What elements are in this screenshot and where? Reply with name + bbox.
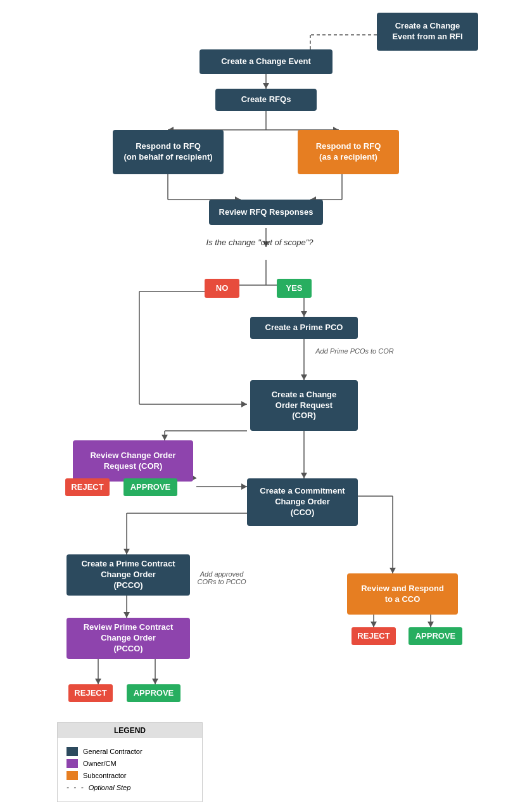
yes-button[interactable]: YES bbox=[277, 279, 312, 298]
legend-color-sub bbox=[66, 771, 78, 780]
legend-item-owner: Owner/CM bbox=[66, 759, 193, 768]
legend-color-owner bbox=[66, 759, 78, 768]
svg-marker-52 bbox=[95, 679, 101, 684]
legend-dash-icon: - - - bbox=[66, 783, 85, 792]
legend-title: LEGEND bbox=[58, 723, 202, 738]
reject-cor-button[interactable]: REJECT bbox=[65, 478, 110, 496]
svg-marker-56 bbox=[370, 622, 377, 627]
respond-rfi-behalf-box: Respond to RFQ(on behalf of recipient) bbox=[113, 130, 224, 174]
create-cco-box: Create a CommitmentChange Order(CCO) bbox=[247, 478, 358, 526]
create-cor-box: Create a ChangeOrder Request(COR) bbox=[250, 380, 358, 431]
review-cor-box: Review Change OrderRequest (COR) bbox=[73, 440, 193, 482]
svg-marker-33 bbox=[162, 435, 168, 440]
no-button[interactable]: NO bbox=[205, 279, 239, 298]
create-change-event-box: Create a Change Event bbox=[200, 49, 332, 74]
review-respond-cco-box: Review and Respondto a CCO bbox=[347, 573, 458, 615]
approve-cco-button[interactable]: APPROVE bbox=[408, 627, 462, 645]
svg-marker-40 bbox=[241, 483, 247, 490]
create-pcco-box: Create a Prime ContractChange Order(PCCO… bbox=[66, 554, 190, 596]
diagram-container: Create a Change Event from an RFI Create… bbox=[0, 0, 532, 811]
rfi-box: Create a Change Event from an RFI bbox=[377, 13, 478, 51]
respond-rfi-recipient-box: Respond to RFQ(as a recipient) bbox=[298, 130, 399, 174]
svg-marker-45 bbox=[124, 549, 130, 554]
legend-color-gc bbox=[66, 747, 78, 756]
add-approved-cors-note: Add approvedCORs to PCCO bbox=[184, 570, 260, 585]
create-rfqs-box: Create RFQs bbox=[215, 89, 317, 111]
approve-pcco-button[interactable]: APPROVE bbox=[127, 684, 180, 702]
legend-item-optional: - - - Optional Step bbox=[66, 783, 193, 792]
svg-marker-48 bbox=[390, 568, 396, 573]
svg-marker-54 bbox=[152, 679, 158, 684]
legend-box: LEGEND General Contractor Owner/CM Subco… bbox=[57, 722, 203, 802]
question-text: Is the change "out of scope"? bbox=[171, 238, 348, 247]
review-rfq-responses-box: Review RFQ Responses bbox=[209, 200, 323, 225]
reject-pcco-button[interactable]: REJECT bbox=[68, 684, 113, 702]
svg-marker-30 bbox=[241, 401, 247, 407]
create-prime-pco-box: Create a Prime PCO bbox=[250, 317, 358, 339]
svg-marker-26 bbox=[301, 374, 307, 380]
legend-item-gc: General Contractor bbox=[66, 747, 193, 756]
approve-cor-button[interactable]: APPROVE bbox=[124, 478, 177, 496]
svg-marker-42 bbox=[301, 473, 307, 478]
reject-cco-button[interactable]: REJECT bbox=[352, 627, 396, 645]
svg-marker-50 bbox=[124, 612, 130, 618]
review-pcco-box: Review Prime ContractChange Order(PCCO) bbox=[66, 618, 190, 659]
add-prime-pcos-note: Add Prime PCOs to COR bbox=[310, 347, 399, 355]
svg-marker-24 bbox=[301, 311, 307, 317]
legend-item-sub: Subcontractor bbox=[66, 771, 193, 780]
svg-marker-4 bbox=[263, 83, 269, 89]
svg-marker-58 bbox=[428, 622, 434, 627]
